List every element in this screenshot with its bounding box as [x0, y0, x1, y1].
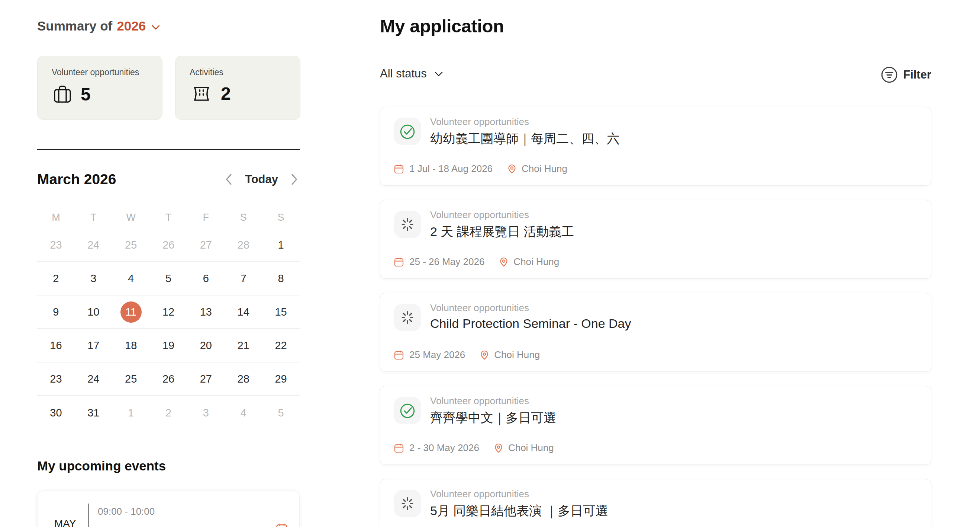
status-filter-dropdown[interactable]: All status [380, 67, 445, 80]
calendar-day[interactable]: 27 [187, 373, 224, 385]
application-card[interactable]: Volunteer opportunities 5月 同樂日結他表演 ｜多日可選 [380, 479, 931, 527]
calendar-day[interactable]: 2 [150, 407, 188, 419]
application-location: Choi Hung [522, 163, 567, 174]
application-card[interactable]: Volunteer opportunities 2 天 課程展覽日 活動義工 2… [380, 200, 931, 279]
application-location: Choi Hung [514, 256, 559, 268]
calendar-day[interactable]: 13 [187, 306, 224, 318]
check-circle-icon [399, 402, 416, 419]
chevron-down-icon[interactable] [150, 22, 161, 33]
application-title: 齊齊學中文｜多日可選 [430, 409, 556, 426]
application-date: 1 Jul - 18 Aug 2026 [409, 163, 493, 174]
event-month-label: MAY [54, 518, 76, 527]
summary-heading: Summary of 2026 [37, 19, 161, 34]
calendar-icon [275, 522, 288, 527]
upcoming-events-heading: My upcoming events [37, 458, 166, 473]
calendar-day[interactable]: 3 [187, 407, 224, 419]
application-card[interactable]: Volunteer opportunities Child Protection… [380, 293, 931, 372]
application-title: 5月 同樂日結他表演 ｜多日可選 [430, 502, 608, 519]
chevron-left-icon [223, 173, 235, 186]
application-date: 2 - 30 May 2026 [409, 442, 479, 454]
calendar-day[interactable]: 25 [112, 239, 150, 251]
weekday-label: S [224, 212, 262, 223]
location-pin-icon [507, 164, 517, 174]
sidebar-divider [37, 149, 300, 150]
calendar-day[interactable]: 4 [112, 272, 150, 285]
calendar-day[interactable]: 1 [262, 239, 300, 251]
summary-heading-prefix: Summary of [37, 19, 112, 34]
application-card[interactable]: Volunteer opportunities 齊齊學中文｜多日可選 2 - 3… [380, 386, 931, 465]
calendar-day[interactable]: 29 [262, 373, 300, 385]
summary-card-activities[interactable]: Activities 2 [175, 56, 301, 120]
application-meta: 25 - 26 May 2026 Choi Hung [394, 256, 559, 268]
calendar-weekday-row: M T W T F S S [37, 207, 300, 228]
application-title: Child Protection Seminar - One Day [430, 316, 631, 331]
calendar-day[interactable]: 28 [224, 373, 262, 385]
calendar-day[interactable]: 7 [224, 272, 262, 285]
summary-card-count: 5 [81, 84, 91, 105]
briefcase-icon [52, 83, 73, 105]
application-meta: 2 - 30 May 2026 Choi Hung [394, 442, 554, 454]
calendar-day[interactable]: 12 [150, 306, 188, 318]
calendar-day[interactable]: 10 [75, 306, 112, 318]
calendar-day[interactable]: 3 [75, 272, 112, 285]
spinner-icon [399, 216, 416, 233]
calendar-day[interactable]: 14 [224, 306, 262, 318]
calendar-day[interactable]: 25 [112, 373, 150, 385]
location-pin-icon [479, 350, 490, 360]
calendar-day[interactable]: 15 [262, 306, 300, 318]
weekday-label: S [262, 212, 300, 223]
filter-button[interactable]: Filter [881, 66, 931, 83]
calendar-day[interactable]: 23 [37, 239, 75, 251]
calendar-day[interactable]: 19 [150, 339, 188, 352]
summary-card-volunteer[interactable]: Volunteer opportunities 5 [37, 56, 162, 120]
event-time: 09:00 - 10:00 [98, 506, 155, 517]
calendar-day[interactable]: 31 [75, 407, 112, 419]
application-meta: 25 May 2026 Choi Hung [394, 349, 540, 361]
status-icon-box [394, 397, 421, 424]
calendar-day[interactable]: 21 [224, 339, 262, 352]
upcoming-event-card[interactable]: MAY 09:00 - 10:00 [37, 490, 300, 527]
ticket-icon [189, 84, 213, 104]
calendar-day[interactable]: 16 [37, 339, 75, 352]
calendar-day[interactable]: 24 [75, 239, 112, 251]
calendar-day[interactable]: 9 [37, 306, 75, 318]
dashboard-screen: Summary of 2026 Volunteer opportunities … [0, 0, 980, 527]
calendar-icon [394, 164, 404, 174]
application-card[interactable]: Volunteer opportunities 幼幼義工團導師｜每周二、四、六 … [380, 107, 931, 186]
calendar-day[interactable]: 1 [112, 407, 150, 419]
event-divider [89, 503, 89, 527]
calendar-day[interactable]: 26 [150, 239, 188, 251]
summary-card-label: Volunteer opportunities [52, 67, 162, 77]
calendar-icon [394, 443, 404, 453]
calendar-day[interactable]: 2 [37, 272, 75, 285]
application-category: Volunteer opportunities [430, 116, 529, 128]
check-circle-icon [399, 123, 416, 140]
calendar-day[interactable]: 22 [262, 339, 300, 352]
calendar-day[interactable]: 5 [150, 272, 188, 285]
year-dropdown[interactable]: 2026 [117, 19, 146, 34]
calendar-day[interactable]: 27 [187, 239, 224, 251]
status-icon-box [394, 118, 421, 145]
weekday-label: T [75, 212, 112, 223]
calendar-day[interactable]: 18 [112, 339, 150, 352]
calendar-day[interactable]: 26 [150, 373, 188, 385]
calendar-day[interactable]: 4 [224, 407, 262, 419]
calendar-today-button[interactable]: Today [245, 173, 278, 186]
status-filter-label: All status [380, 67, 427, 80]
calendar-day[interactable]: 24 [75, 373, 112, 385]
summary-card-count: 2 [221, 83, 231, 104]
calendar-day[interactable]: 8 [262, 272, 300, 285]
calendar-day-selected[interactable]: 11 [112, 302, 150, 323]
application-category: Volunteer opportunities [430, 302, 529, 314]
calendar-day[interactable]: 5 [262, 407, 300, 419]
calendar-day[interactable]: 28 [224, 239, 262, 251]
calendar-day[interactable]: 17 [75, 339, 112, 352]
calendar-day[interactable]: 20 [187, 339, 224, 352]
chevron-down-icon [433, 68, 445, 80]
calendar-prev-button[interactable] [223, 173, 235, 186]
calendar-next-button[interactable] [288, 173, 300, 186]
application-date: 25 - 26 May 2026 [409, 256, 484, 268]
calendar-day[interactable]: 23 [37, 373, 75, 385]
calendar-day[interactable]: 30 [37, 407, 75, 419]
calendar-day[interactable]: 6 [187, 272, 224, 285]
